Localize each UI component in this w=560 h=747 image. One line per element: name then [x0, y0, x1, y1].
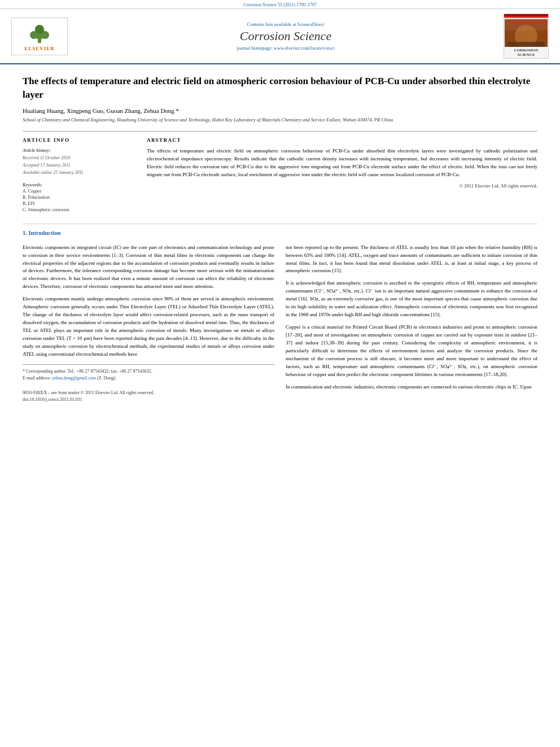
right-para-1: not been reported up to the present. The…: [286, 244, 537, 276]
available-date: Available online 25 January 2011: [23, 170, 84, 175]
body-text-right: not been reported up to the present. The…: [286, 244, 537, 391]
logo-stripe: [504, 14, 548, 18]
body-text-left: Electronic components in integrated circ…: [23, 244, 274, 359]
journal-info-center: Contents lists available at ScienceDirec…: [68, 21, 504, 51]
elsevier-brand-text: ELSEVIER: [24, 46, 55, 51]
abstract-body: The effects of temperature and electric …: [147, 148, 537, 177]
email-label: E-mail address:: [23, 375, 51, 381]
right-para-2: It is acknowledged that atmospheric corr…: [286, 279, 537, 319]
left-para-1: Electronic components in integrated circ…: [23, 244, 274, 291]
elsevier-logo: ELSEVIER: [11, 18, 68, 55]
journal-citation-bar: Corrosion Science 53 (2011) 1700–1707: [0, 0, 560, 9]
article-info-column: ARTICLE INFO Article history: Received 1…: [23, 137, 135, 213]
issn-text: 0010-938X/$ – see front matter © 2011 El…: [23, 390, 274, 396]
body-text-section: Electronic components in integrated circ…: [23, 244, 537, 403]
keyword-1: A. Copper: [23, 189, 135, 194]
copyright: © 2011 Elsevier Ltd. All rights reserved…: [147, 182, 537, 190]
keyword-2: B. Polarization: [23, 195, 135, 200]
svg-point-4: [35, 25, 44, 34]
email-address[interactable]: zehua.dong@gmail.com: [52, 375, 96, 381]
article-info-label: ARTICLE INFO: [23, 137, 135, 143]
journal-header: ELSEVIER Contents lists available at Sci…: [0, 9, 560, 64]
elsevier-tree-icon: [23, 21, 56, 44]
received-date: Received 11 October 2010: [23, 155, 70, 160]
accepted-date: Accepted 17 January 2011: [23, 163, 71, 168]
email-suffix: (Z. Dong).: [97, 375, 116, 381]
affiliation: School of Chemistry and Chemical Enginee…: [23, 117, 537, 124]
logo-image: [505, 19, 548, 47]
abstract-text: The effects of temperature and electric …: [147, 147, 537, 190]
corresponding-note: * Corresponding author. Tel.: +86 27 875…: [23, 368, 274, 375]
article-info-abstract-section: ARTICLE INFO Article history: Received 1…: [23, 131, 537, 213]
abstract-column: ABSTRACT The effects of temperature and …: [147, 137, 537, 213]
authors: Hualiang Huang, Xingpeng Guo, Guoan Zhan…: [23, 107, 537, 114]
intro-title: Introduction: [29, 230, 61, 236]
main-content: The effects of temperature and electric …: [0, 64, 560, 414]
corresponding-text: * Corresponding author. Tel.: +86 27 875…: [23, 369, 152, 374]
section-divider: [23, 224, 537, 224]
doi-section: 0010-938X/$ – see front matter © 2011 El…: [23, 390, 274, 403]
corrosion-science-logo: CORROSIONSCIENCE: [504, 14, 549, 59]
intro-number: 1.: [23, 230, 27, 236]
keywords-section: Keywords: A. Copper B. Polarization B. E…: [23, 182, 135, 212]
sciencedirect-link-text[interactable]: ScienceDirect: [298, 21, 325, 27]
right-para-4: In communication and electronic industri…: [286, 383, 537, 391]
footer-notes: * Corresponding author. Tel.: +86 27 875…: [23, 364, 274, 403]
keywords-label: Keywords:: [23, 182, 135, 187]
journal-title: Corrosion Science: [68, 29, 504, 43]
email-note: E-mail address: zehua.dong@gmail.com (Z.…: [23, 375, 274, 382]
abstract-label: ABSTRACT: [147, 137, 537, 143]
svg-rect-8: [508, 42, 545, 47]
journal-homepage: journal homepage: www.elsevier.com/locat…: [68, 45, 504, 51]
homepage-url[interactable]: www.elsevier.com/locate/corsci: [274, 45, 335, 51]
article-title: The effects of temperature and electric …: [23, 75, 537, 102]
article-history: Article history: Received 11 October 201…: [23, 147, 135, 176]
left-para-2: Electronic components mainly undergo atm…: [23, 295, 274, 359]
doi-text: doi:10.1016/j.corsci.2011.01.031: [23, 396, 274, 403]
body-right-column: not been reported up to the present. The…: [286, 244, 537, 403]
body-left-column: Electronic components in integrated circ…: [23, 244, 274, 403]
keyword-3: B. EIS: [23, 201, 135, 206]
history-label: Article history:: [23, 148, 51, 153]
intro-heading: 1. Introduction: [23, 230, 537, 236]
cs-logo-text: CORROSIONSCIENCE: [513, 47, 539, 58]
right-para-3: Copper is a critical material for Printe…: [286, 324, 537, 379]
journal-citation: Corrosion Science 53 (2011) 1700–1707: [243, 2, 317, 7]
keyword-4: C. Atmospheric corrosion: [23, 207, 135, 212]
sciencedirect-line: Contents lists available at ScienceDirec…: [68, 21, 504, 27]
